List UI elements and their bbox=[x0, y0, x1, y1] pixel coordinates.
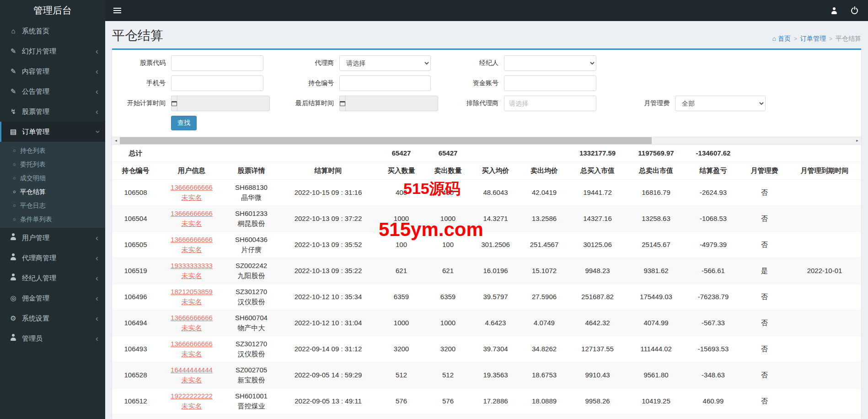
sidebar-item-commission[interactable]: ◎佣金管理‹ bbox=[0, 288, 105, 308]
scroll-right-arrow[interactable]: ▸ bbox=[853, 137, 861, 144]
column-header: 总买入市值 bbox=[568, 162, 627, 180]
user-realname-link[interactable]: 未实名 bbox=[182, 402, 202, 410]
column-header: 结算盈亏 bbox=[686, 162, 741, 180]
user-phone-link[interactable]: 13666666666 bbox=[171, 210, 213, 217]
sidebar-subitem-label: 条件单列表 bbox=[20, 215, 52, 224]
sidebar-item-slides[interactable]: ✎幻灯片管理‹ bbox=[0, 41, 105, 61]
sidebar-subitem-close-log[interactable]: ○平仓日志 bbox=[0, 199, 105, 212]
stock-detail-cell: SH600436片仔癀 bbox=[224, 232, 279, 258]
stock-code-input[interactable] bbox=[171, 55, 263, 71]
breadcrumb-home-link[interactable]: 首页 bbox=[778, 35, 791, 42]
start-time-field bbox=[171, 96, 263, 111]
broker-select[interactable] bbox=[504, 55, 596, 71]
buy-total-cell: 251687.82 bbox=[568, 284, 627, 310]
sidebar-item-content[interactable]: ✎内容管理‹ bbox=[0, 61, 105, 81]
exclude-agent-input[interactable] bbox=[504, 96, 596, 111]
sidebar-subitem-deal-detail[interactable]: ○成交明细 bbox=[0, 171, 105, 185]
edit-icon: ✎ bbox=[8, 87, 18, 96]
sidebar-item-stocks[interactable]: ↯股票管理‹ bbox=[0, 102, 105, 122]
sell-total-cell: 9561.80 bbox=[627, 362, 686, 388]
buy-total-cell: 127137.55 bbox=[568, 336, 627, 362]
user-realname-link[interactable]: 未实名 bbox=[182, 350, 202, 358]
user-phone-link[interactable]: 13666666666 bbox=[171, 183, 213, 191]
sidebar-subitem-position-list[interactable]: ○持仓列表 bbox=[0, 144, 105, 157]
breadcrumb-separator: > bbox=[794, 36, 797, 42]
calendar-icon[interactable] bbox=[339, 96, 345, 111]
sidebar-item-home[interactable]: ⌂系统首页 bbox=[0, 21, 105, 41]
sell-total-cell: 13258.63 bbox=[627, 206, 686, 232]
header-row: 持仓编号用户信息股票详情结算时间买入数量卖出数量买入均价卖出均价总买入市值总卖出… bbox=[112, 162, 861, 180]
agent-select[interactable]: 请选择 bbox=[339, 55, 431, 71]
user-realname-link[interactable]: 未实名 bbox=[182, 272, 202, 279]
end-time-input[interactable] bbox=[345, 96, 438, 111]
user-realname-link[interactable]: 未实名 bbox=[182, 193, 202, 201]
table-row: 10650413666666666未实名SH601233桐昆股份2022-10-… bbox=[112, 206, 861, 232]
user-realname-link[interactable]: 未实名 bbox=[182, 324, 202, 332]
chevron-left-icon: ‹ bbox=[96, 315, 98, 322]
buy-avg-cell: 16.0196 bbox=[471, 258, 520, 284]
chevron-down-icon: ‹ bbox=[94, 130, 100, 133]
monthly-fee-select[interactable]: 全部 bbox=[675, 96, 766, 111]
sidebar-subitem-close-settlement[interactable]: ○平仓结算 bbox=[0, 185, 105, 199]
sidebar-item-brokers[interactable]: 经纪人管理‹ bbox=[0, 268, 105, 288]
sidebar-subitem-condition-list[interactable]: ○条件单列表 bbox=[0, 212, 105, 226]
position-id-cell: 106493 bbox=[112, 336, 159, 362]
sell-avg-cell: 18.6753 bbox=[520, 362, 568, 388]
user-realname-link[interactable]: 未实名 bbox=[182, 220, 202, 227]
calendar-icon[interactable] bbox=[171, 96, 177, 111]
user-phone-link[interactable]: 13666666666 bbox=[171, 340, 213, 348]
user-phone-link[interactable]: 19333333333 bbox=[171, 262, 213, 269]
user-realname-link[interactable]: 未实名 bbox=[182, 376, 202, 384]
sidebar-item-admins[interactable]: 管理员‹ bbox=[0, 328, 105, 349]
stock-detail-cell: SZ301270汉仪股份 bbox=[224, 336, 279, 362]
user-phone-link[interactable]: 13666666666 bbox=[171, 314, 213, 322]
user-realname-link[interactable]: 未实名 bbox=[182, 246, 202, 253]
column-header: 买入数量 bbox=[378, 162, 425, 180]
user-account-icon[interactable] bbox=[831, 7, 837, 14]
position-id-cell: 106494 bbox=[112, 310, 159, 336]
scroll-left-arrow[interactable]: ◂ bbox=[112, 137, 120, 144]
scrollbar-thumb[interactable] bbox=[120, 137, 652, 144]
buy-qty-cell: 576 bbox=[378, 388, 425, 414]
sidebar-subitem-entrust-list[interactable]: ○委托列表 bbox=[0, 157, 105, 171]
column-header: 卖出数量 bbox=[425, 162, 471, 180]
sidebar-item-agents[interactable]: 代理商管理‹ bbox=[0, 248, 105, 268]
buy-qty-cell: 100 bbox=[378, 232, 425, 258]
sidebar-item-label: 佣金管理 bbox=[22, 294, 96, 303]
topbar-right bbox=[831, 0, 868, 21]
sidebar-item-orders[interactable]: ▤订单管理‹ bbox=[0, 122, 105, 142]
user-realname-link[interactable]: 未实名 bbox=[182, 298, 202, 306]
user-phone-link[interactable]: 19222222222 bbox=[171, 392, 213, 400]
total-cell bbox=[224, 145, 279, 162]
sidebar-item-settings[interactable]: ⚙系统设置‹ bbox=[0, 308, 105, 328]
start-time-input[interactable] bbox=[177, 96, 270, 111]
brand-logo[interactable]: 管理后台 bbox=[0, 0, 105, 21]
sidebar-item-notice[interactable]: ✎公告管理‹ bbox=[0, 81, 105, 102]
phone-input[interactable] bbox=[171, 75, 263, 91]
user-phone-link[interactable]: 13666666666 bbox=[171, 236, 213, 243]
phone-label: 手机号 bbox=[119, 79, 166, 87]
sell-total-cell: 22033.87 bbox=[627, 414, 686, 419]
sidebar-item-users[interactable]: 用户管理‹ bbox=[0, 228, 105, 248]
buy-qty-cell: 3200 bbox=[378, 336, 425, 362]
monthly-fee-cell: 否 bbox=[741, 284, 788, 310]
sell-avg-cell: 251.4567 bbox=[520, 232, 568, 258]
user-info-cell: 13666666666未实名 bbox=[159, 232, 224, 258]
user-phone-link[interactable]: 16444444444 bbox=[171, 366, 213, 374]
search-button[interactable]: 查找 bbox=[171, 116, 197, 130]
user-icon bbox=[8, 233, 18, 242]
buy-avg-cell: 20.8664 bbox=[471, 414, 520, 419]
breadcrumb-section-link[interactable]: 订单管理 bbox=[800, 35, 826, 43]
logout-power-icon[interactable] bbox=[851, 7, 858, 14]
user-info-cell: 18212053859未实名 bbox=[159, 284, 224, 310]
fund-account-input[interactable] bbox=[504, 75, 596, 91]
expire-time-cell bbox=[788, 310, 861, 336]
chevron-left-icon: ‹ bbox=[96, 255, 98, 261]
sell-qty-cell: 994 bbox=[425, 414, 471, 419]
settle-time-cell: 2022-09-05 14 : 59:29 bbox=[279, 362, 378, 388]
horizontal-scrollbar[interactable]: ◂ ▸ bbox=[112, 137, 861, 145]
hamburger-menu-icon[interactable] bbox=[105, 0, 129, 21]
user-phone-link[interactable]: 18212053859 bbox=[171, 288, 213, 295]
position-id-input[interactable] bbox=[339, 75, 431, 91]
chevron-left-icon: ‹ bbox=[96, 108, 98, 115]
